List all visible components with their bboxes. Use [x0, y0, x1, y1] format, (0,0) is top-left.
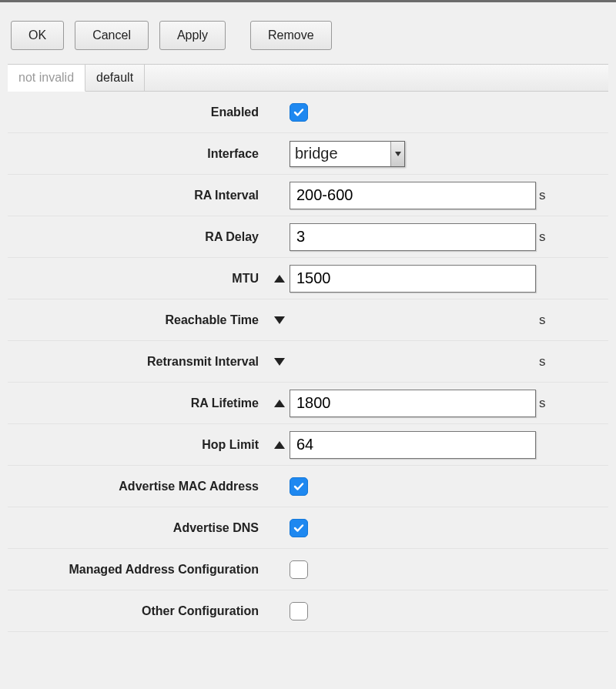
unit-ra-interval: s: [536, 188, 557, 203]
expand-icon[interactable]: [274, 316, 285, 324]
select-interface-value: bridge: [295, 145, 338, 162]
button-bar: OK Cancel Apply Remove: [0, 2, 616, 64]
input-mtu[interactable]: [290, 265, 536, 293]
input-ra-lifetime[interactable]: [290, 390, 536, 417]
checkbox-enabled[interactable]: [290, 103, 308, 122]
label-other-conf: Other Configuration: [8, 604, 270, 618]
label-advertise-dns: Advertise DNS: [8, 521, 270, 535]
row-retransmit-interval: Retransmit Interval s: [8, 341, 608, 383]
apply-button[interactable]: Apply: [159, 21, 226, 50]
label-mtu: MTU: [8, 272, 270, 286]
label-ra-delay: RA Delay: [8, 230, 270, 244]
label-ra-interval: RA Interval: [8, 189, 270, 202]
cancel-button[interactable]: Cancel: [75, 21, 149, 50]
input-hop-limit[interactable]: [290, 431, 536, 459]
checkbox-managed-addr[interactable]: [290, 560, 308, 579]
tab-default[interactable]: default: [85, 65, 145, 91]
checkbox-advertise-dns[interactable]: [290, 519, 308, 537]
ok-button[interactable]: OK: [11, 21, 64, 50]
remove-button[interactable]: Remove: [250, 21, 332, 50]
expand-icon[interactable]: [274, 358, 285, 366]
label-retransmit-interval: Retransmit Interval: [8, 355, 270, 369]
row-mtu: MTU: [8, 258, 608, 299]
row-interface: Interface bridge: [8, 133, 608, 175]
checkbox-other-conf[interactable]: [290, 602, 308, 620]
dropdown-arrow-icon: [390, 142, 404, 166]
row-other-conf: Other Configuration: [8, 590, 608, 632]
tab-bar: not invalid default: [8, 64, 608, 92]
collapse-icon[interactable]: [274, 275, 285, 283]
label-managed-addr: Managed Address Configuration: [8, 563, 270, 577]
row-reachable-time: Reachable Time s: [8, 299, 608, 341]
row-ra-lifetime: RA Lifetime s: [8, 383, 608, 424]
row-ra-interval: RA Interval s: [8, 175, 608, 216]
unit-ra-lifetime: s: [536, 396, 557, 411]
label-interface: Interface: [8, 147, 270, 161]
collapse-icon[interactable]: [274, 400, 285, 407]
checkbox-advertise-mac[interactable]: [290, 477, 308, 496]
input-ra-interval[interactable]: [290, 182, 536, 209]
label-advertise-mac: Advertise MAC Address: [8, 480, 270, 493]
unit-retransmit-interval: s: [536, 354, 557, 370]
tab-not-invalid[interactable]: not invalid: [8, 65, 85, 92]
unit-ra-delay: s: [536, 229, 557, 245]
select-interface[interactable]: bridge: [290, 141, 405, 167]
unit-reachable-time: s: [536, 313, 557, 328]
row-advertise-mac: Advertise MAC Address: [8, 466, 608, 507]
label-reachable-time: Reachable Time: [8, 313, 270, 327]
form-area: Enabled Interface bridge RA Interval s R…: [8, 92, 608, 632]
input-ra-delay[interactable]: [290, 223, 536, 251]
row-advertise-dns: Advertise DNS: [8, 507, 608, 549]
label-hop-limit: Hop Limit: [8, 438, 270, 452]
row-hop-limit: Hop Limit: [8, 424, 608, 466]
row-ra-delay: RA Delay s: [8, 216, 608, 258]
row-managed-addr: Managed Address Configuration: [8, 549, 608, 590]
row-enabled: Enabled: [8, 92, 608, 133]
label-enabled: Enabled: [8, 105, 270, 119]
label-ra-lifetime: RA Lifetime: [8, 396, 270, 410]
collapse-icon[interactable]: [274, 441, 285, 449]
